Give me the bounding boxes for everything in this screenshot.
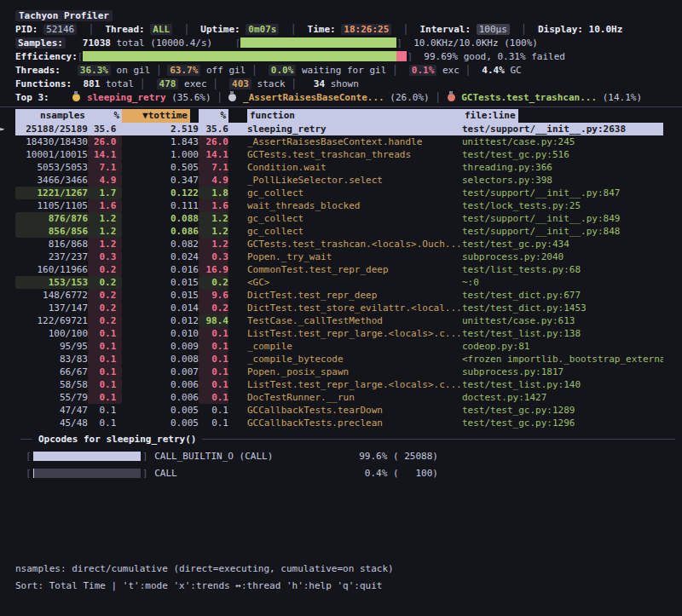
selection-pointer — [0, 161, 15, 174]
title-line: Tachyon Profiler — [15, 9, 682, 22]
selection-pointer — [0, 340, 15, 353]
opcode-percent: 99.6% ( 25088) — [359, 451, 438, 462]
cell-percent: 0.2 — [88, 289, 122, 302]
column-header-tottime[interactable]: ▼tottime — [122, 109, 190, 123]
table-row[interactable]: 55/790.1 0.0060.1DocTestRunner.__rundoct… — [0, 391, 663, 404]
text-segment — [66, 37, 83, 49]
table-row[interactable]: 160/119660.2 0.01616.9CommonTest.test_re… — [0, 263, 663, 276]
cell-tottime: 0.347 — [122, 174, 199, 187]
cell-cumulative-percent: 0.1 — [199, 417, 228, 429]
table-row-selected[interactable]: ►25188/2518935.6 2.51935.6sleeping_retry… — [0, 123, 663, 135]
cell-percent: 1.6 — [88, 199, 122, 212]
cell-percent: 1.2 — [88, 225, 122, 238]
text-segment: Uptime: — [200, 24, 246, 35]
table-row[interactable]: 18430/1843026.0 1.84326.0_AssertRaisesBa… — [0, 135, 663, 148]
efficiency-line: Efficiency:[] 99.69% good, 0.31% failed — [15, 49, 682, 63]
top1-pct: (35.6%) — [166, 92, 217, 103]
selection-pointer — [0, 417, 15, 429]
opcode-bar — [33, 469, 141, 478]
cell-nsamples: 1221/1267 — [15, 187, 88, 199]
app-title: Tachyon Profiler — [15, 10, 113, 21]
text-segment: │ — [251, 65, 257, 76]
footer-keybindings: Sort: Total Time | 't':mode 'x':trends ↔… — [15, 578, 394, 595]
column-header-%[interactable]: % — [199, 109, 228, 123]
text-segment — [441, 92, 447, 103]
header-cell: nsamples — [15, 109, 88, 123]
text-segment — [61, 65, 78, 76]
text-segment: exc — [436, 65, 465, 76]
cell-spacer — [228, 404, 247, 417]
table-row[interactable]: 10001/1001514.1 1.00014.1GCTests.test_tr… — [0, 148, 663, 161]
column-header-file-line[interactable]: file:line — [462, 109, 518, 123]
selection-pointer — [0, 148, 15, 161]
table-row[interactable]: 148/67720.2 0.0159.6DictTest.test_repr_d… — [0, 289, 663, 302]
cell-percent: 0.1 — [88, 353, 122, 366]
table-row[interactable]: 1221/12671.7 0.1221.8gc_collecttest/supp… — [0, 187, 663, 199]
cell-file-line: unittest/case.py:245 — [462, 135, 663, 148]
cell-percent: 1.2 — [88, 238, 122, 250]
table-row[interactable]: 66/670.1 0.0070.1Popen._posix_spawnsubpr… — [0, 366, 663, 378]
column-header-function[interactable]: function — [247, 109, 462, 123]
text-segment: │ — [521, 24, 527, 35]
table-row[interactable]: 83/830.1 0.0080.1_compile_bytecode<froze… — [0, 353, 663, 366]
cell-function: Popen._posix_spawn — [247, 366, 462, 378]
table-row[interactable]: 3466/34664.9 0.3474.9_PollLikeSelector.s… — [0, 174, 663, 187]
cell-nsamples: 153/153 — [15, 276, 88, 289]
pid-value: 52146 — [43, 24, 77, 35]
selection-pointer — [0, 212, 15, 225]
text-segment: │ — [392, 65, 398, 76]
table-row[interactable]: 856/8561.2 0.0861.2gc_collecttest/suppor… — [0, 225, 663, 238]
cell-spacer — [228, 187, 247, 199]
text-segment: off gil — [200, 65, 251, 76]
cell-spacer — [228, 391, 247, 404]
text-segment: [ — [78, 51, 84, 62]
cell-cumulative-percent: 98.4 — [199, 314, 228, 327]
text-segment — [257, 65, 269, 76]
cell-function: sleeping_retry — [247, 123, 462, 135]
table-row[interactable]: 5053/50537.1 0.5057.1Condition.waitthrea… — [0, 161, 663, 174]
cell-function: _compile — [247, 340, 462, 353]
table-row[interactable]: 876/8761.2 0.0881.2gc_collecttest/suppor… — [0, 212, 663, 225]
cell-function: Condition.wait — [247, 161, 462, 174]
samples-line: Samples: 71038 total (10000.4/s) [] 10.0… — [15, 36, 682, 49]
cell-cumulative-percent: 0.2 — [199, 276, 228, 289]
cell-function: _AssertRaisesBaseContext.handle — [247, 135, 462, 148]
table-row[interactable]: 47/470.1 0.0050.1GCCallbackTests.tearDow… — [0, 404, 663, 417]
cell-percent: 0.2 — [88, 263, 122, 276]
uptime-value: 0m07s — [246, 24, 279, 35]
cell-spacer — [228, 238, 247, 250]
table-row[interactable]: 816/8681.2 0.0821.2GCTests.test_trashcan… — [0, 238, 663, 250]
text-segment: Display: — [538, 24, 589, 35]
cell-cumulative-percent: 16.9 — [199, 263, 228, 276]
cell-file-line: test/lock_tests.py:25 — [462, 199, 663, 212]
text-segment — [510, 24, 521, 35]
column-header-nsamples[interactable]: nsamples — [15, 109, 88, 123]
threads-line: Threads: 36.3% on gil │ 63.7% off gil │ … — [15, 63, 682, 77]
table-row[interactable]: 95/950.1 0.0090.1_compilecodeop.py:81 — [0, 340, 663, 353]
table-row[interactable]: 100/1000.1 0.0100.1ListTest.test_repr_la… — [0, 327, 663, 340]
table-row[interactable]: 237/2370.3 0.0240.3Popen._try_waitsubpro… — [0, 250, 663, 263]
rule-dash-right — [202, 439, 675, 440]
table-row[interactable]: 45/480.1 0.0050.1GCCallbackTests.preclea… — [0, 417, 663, 429]
header-cell: % — [199, 109, 228, 123]
functions-shown: 34 — [314, 78, 325, 89]
cell-tottime: 0.086 — [122, 225, 199, 238]
cell-tottime: 0.111 — [122, 199, 199, 212]
cell-spacer — [228, 148, 247, 161]
cell-percent: 0.1 — [88, 378, 122, 391]
cell-tottime: 0.005 — [122, 404, 199, 417]
text-segment: │ — [183, 24, 189, 35]
interval-value: 100μs — [477, 24, 510, 35]
text-segment: │ — [140, 78, 146, 89]
cell-spacer — [228, 225, 247, 238]
table-row[interactable]: 137/1470.2 0.0140.2DictTest.test_store_e… — [0, 302, 663, 314]
table-row[interactable]: 58/580.1 0.0060.1ListTest.test_repr_larg… — [0, 378, 663, 391]
functions-total: 881 — [83, 78, 100, 89]
text-segment: exec — [178, 78, 212, 89]
column-header-%[interactable]: % — [88, 109, 122, 123]
samples-total: 71038 — [83, 37, 111, 49]
table-row[interactable]: 1105/11051.6 0.1111.6wait_threads_blocke… — [0, 199, 663, 212]
text-segment: waiting for gil — [296, 65, 392, 76]
table-row[interactable]: 122/697210.2 0.01298.4TestCase._callTest… — [0, 314, 663, 327]
table-row[interactable]: 153/1530.2 0.0150.2<GC>~:0 — [0, 276, 663, 289]
